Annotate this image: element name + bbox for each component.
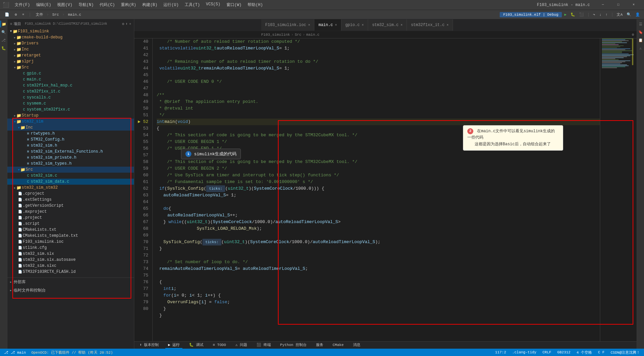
panel-tab-messages[interactable]: 消息 <box>350 342 363 349</box>
panel-tab-todo[interactable]: ≡ TODO <box>210 342 229 348</box>
menu-nav[interactable]: 导航(N) <box>76 1 97 8</box>
debug-play-button[interactable]: ▶ <box>563 12 568 17</box>
tree-stm32f1xx-it[interactable]: C stm32f1xx_it.c <box>7 88 134 95</box>
panel-tab-problems[interactable]: ⚠ 问题 <box>233 342 250 349</box>
status-position[interactable]: 117:2 <box>494 350 507 354</box>
status-branch[interactable]: ⎇ ⎇ main <box>3 350 27 355</box>
menu-window[interactable]: 窗口(W) <box>224 1 245 8</box>
tree-stm32-sim-types[interactable]: H stm32_sim_types.h <box>7 161 134 167</box>
tree-slprj[interactable]: ▶ 📁 slprj <box>7 58 134 64</box>
tree-cmake[interactable]: ▶ 📁 cmake-build-debug <box>7 34 134 40</box>
tree-inc[interactable]: ▶ 📁 Inc <box>7 46 134 52</box>
code-text-area[interactable]: /* Number of auto reload timer rotation … <box>153 38 600 341</box>
external-libs-item[interactable]: ▶ 外部库 <box>7 278 134 286</box>
tree-mxproject[interactable]: 📄 .mxproject <box>7 209 134 215</box>
tree-project[interactable]: 📄 .project <box>7 215 134 221</box>
tree-stm32-sim-c[interactable]: C stm32_sim.c <box>7 173 134 179</box>
tree-sysmem[interactable]: C sysmem.c <box>7 101 134 107</box>
menu-vcs[interactable]: VCS(S) <box>203 1 223 8</box>
rs-bookmark-icon[interactable]: 🔖 <box>637 29 644 35</box>
menu-view[interactable]: 视图(V) <box>54 1 75 8</box>
panel-tab-terminal[interactable]: ⬛ 终端 <box>254 342 274 349</box>
activity-vcs[interactable]: ⎇ <box>0 37 7 43</box>
tree-f103[interactable]: ▼ 📁 F103_simulink <box>7 28 134 34</box>
tree-script[interactable]: 📄 .script <box>7 221 134 227</box>
panel-tab-vcs[interactable]: ⬆ 版本控制 <box>137 342 161 349</box>
rs-structure-icon[interactable]: ☰ <box>637 21 644 27</box>
tree-gpio-c[interactable]: C gpio.c <box>7 70 134 76</box>
bc-f103[interactable]: F103_simulink <box>261 33 290 37</box>
activity-debug[interactable]: 🐛 <box>0 45 7 51</box>
tree-slx-autosave[interactable]: 📄 stm32_sim.slx.autosave <box>7 257 134 263</box>
editor-settings-icon[interactable]: ⚙ <box>632 32 634 37</box>
menu-help[interactable]: 帮助(H) <box>245 1 266 8</box>
activity-search[interactable]: 🔍 <box>0 29 7 35</box>
tree-stm32-sim-ext[interactable]: H stm32_sim_External_Functions.h <box>7 149 134 155</box>
debug-step-out[interactable]: ↑ <box>604 12 609 17</box>
sidebar-add-icon[interactable]: + <box>129 22 131 26</box>
panel-tab-run[interactable]: ▶ 运行 <box>165 342 182 349</box>
tree-stm32-sim[interactable]: ▼ 📁 stm32_sim <box>7 119 134 125</box>
user-button[interactable]: 👤 <box>634 12 641 17</box>
tab-close-stm32f1xx-it-c[interactable]: × <box>447 23 449 27</box>
tree-cproject[interactable]: 📄 .cproject <box>7 191 134 197</box>
tree-getversionscript[interactable]: 📄 .getVersionScript <box>7 203 134 209</box>
menu-run[interactable]: 运行(U) <box>161 1 181 8</box>
tree-slx[interactable]: 📄 stm32_sim.slx <box>7 251 134 257</box>
tree-stlink[interactable]: 📄 stlink.cfg <box>7 245 134 251</box>
tree-sim-src[interactable]: ▼ 📁 Src <box>7 167 134 173</box>
tree-stm32-config[interactable]: H STM32_Config.h <box>7 137 134 143</box>
menu-code[interactable]: 代码(C) <box>97 1 118 8</box>
menu-edit[interactable]: 编辑(E) <box>33 1 54 8</box>
tab-stm32-sim-c[interactable]: stm32_sim.c × <box>368 19 407 31</box>
temp-files-item[interactable]: ▶ 临时文件和控制台 <box>7 286 134 295</box>
tree-drivers[interactable]: ▶ 📁 Drivers <box>7 40 134 46</box>
sidebar-filter-icon[interactable]: ⚙ <box>122 22 124 26</box>
rs-problems-icon[interactable]: ⚠ <box>637 45 644 51</box>
status-clang-tidy[interactable]: .clang-tidy <box>511 350 538 354</box>
menu-file[interactable]: 文件(F) <box>12 1 33 8</box>
tree-stm32-sim-data[interactable]: C stm32_sim_data.c <box>7 179 134 185</box>
tab-close-main-c[interactable]: × <box>335 23 337 27</box>
toolbar-file[interactable]: 📄 <box>3 12 11 17</box>
menu-refactor[interactable]: 重构(R) <box>118 1 139 8</box>
tab-close-stm32-sim-c[interactable]: × <box>400 23 402 27</box>
tree-stm32-sim-priv[interactable]: H stm32_sim_private.h <box>7 155 134 161</box>
search-button[interactable]: 🔍 <box>625 12 633 17</box>
activity-explorer[interactable]: 📁 <box>0 21 7 27</box>
close-button[interactable]: × <box>626 0 641 10</box>
translate-button[interactable]: 文A <box>615 11 624 18</box>
maximize-button[interactable]: □ <box>611 0 626 10</box>
tree-startup[interactable]: ▶ 📁 Startup <box>7 113 134 119</box>
status-encoding[interactable]: GB2312 <box>556 350 572 354</box>
tree-main-c[interactable]: C main.c <box>7 76 134 82</box>
tab-stm32f1xx-it-c[interactable]: stm32f1xx_it.c × <box>407 19 453 31</box>
code-editor[interactable]: 40 41 42 43 44 45 46 47 48 49 50 51 ▶ 52… <box>134 38 637 341</box>
tree-cmakelists[interactable]: 📄 CMakeLists.txt <box>7 227 134 233</box>
tab-close-f103-ioc[interactable]: × <box>308 23 310 27</box>
tree-src[interactable]: ▼ 📁 Src <box>7 64 134 70</box>
tree-f103-ioc[interactable]: 📄 F103_simulink.ioc <box>7 239 134 245</box>
tree-stm32f1xx-hal-msp[interactable]: C stm32f1xx_hal_msp.c <box>7 82 134 88</box>
panel-tab-cmake[interactable]: CMake <box>330 342 346 348</box>
debug-stop-button[interactable]: ⬛ <box>578 12 585 17</box>
minimap[interactable] <box>600 38 637 341</box>
panel-tab-services[interactable]: 服务 <box>313 342 326 349</box>
menu-build[interactable]: 构建(B) <box>140 1 160 8</box>
tree-stm32-sim-h[interactable]: H stm32_sim.h <box>7 143 134 149</box>
debug-bug-button[interactable]: 🐛 <box>569 12 577 17</box>
menu-tools[interactable]: 工具(T) <box>182 1 203 8</box>
tab-gpio-c[interactable]: gpio.c × <box>341 19 368 31</box>
tree-stm32f103-ld[interactable]: 📄 STM32F103RCTX_FLASH.ld <box>7 269 134 275</box>
status-lang[interactable]: C F <box>597 350 606 354</box>
tab-close-gpio-c[interactable]: × <box>362 23 364 27</box>
status-line-ending[interactable]: CRLF <box>541 350 552 354</box>
tree-slxc[interactable]: 📄 stm32_sim.slxc <box>7 263 134 269</box>
tree-cmakelists-tmpl[interactable]: 📄 CMakeLists_template.txt <box>7 233 134 239</box>
minimize-button[interactable]: ─ <box>595 0 611 10</box>
tree-stm32-sim-stm32[interactable]: ▶ 📁 stm32_sim_stm32 <box>7 185 134 191</box>
debug-step-in[interactable]: ↓ <box>598 12 603 17</box>
bc-src[interactable]: Src <box>295 33 301 37</box>
tree-system-stm32[interactable]: C system_stm32f1xx.c <box>7 107 134 113</box>
status-user[interactable]: CSDN@注意沈腾！ <box>609 350 641 355</box>
